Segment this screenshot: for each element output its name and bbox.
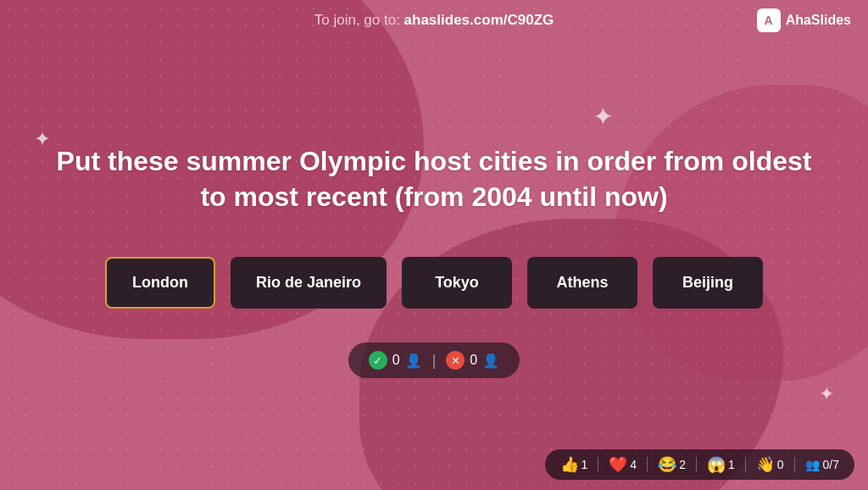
incorrect-stat: ✕ 0 👤 (446, 351, 499, 370)
stat-divider: | (432, 352, 437, 370)
incorrect-count: 0 (470, 353, 477, 368)
city-label-beijing: Beijing (682, 274, 733, 291)
logo-name: AhaSlides (786, 13, 851, 28)
x-icon: ✕ (446, 351, 465, 370)
city-label-tokyo: Tokyo (435, 274, 479, 291)
city-card-athens[interactable]: Athens (527, 257, 637, 309)
person-icon-incorrect: 👤 (482, 353, 499, 369)
correct-count: 0 (392, 353, 400, 368)
correct-stat: ✓ 0 👤 (369, 351, 422, 370)
city-card-beijing[interactable]: Beijing (653, 257, 763, 309)
stats-row: ✓ 0 👤 | ✕ 0 👤 (348, 342, 520, 378)
question-title: Put these summer Olympic host cities in … (51, 144, 817, 214)
check-icon: ✓ (369, 351, 387, 370)
join-url: ahaslides.com/C90ZG (404, 12, 554, 28)
logo-icon: A (757, 8, 781, 32)
cities-row: London Rio de Janeiro Tokyo Athens Beiji… (105, 257, 763, 309)
city-card-rio[interactable]: Rio de Janeiro (231, 257, 387, 309)
city-card-london[interactable]: London (105, 257, 215, 309)
person-icon-correct: 👤 (405, 353, 422, 369)
city-label-athens: Athens (557, 274, 609, 291)
main-content: Put these summer Olympic host cities in … (0, 41, 868, 490)
ahaslides-logo: A AhaSlides (757, 8, 851, 32)
city-label-london: London (132, 274, 188, 291)
city-card-tokyo[interactable]: Tokyo (402, 257, 512, 309)
join-text-prefix: To join, go to: (314, 12, 404, 28)
join-instruction: To join, go to: ahaslides.com/C90ZG (314, 12, 554, 29)
city-label-rio: Rio de Janeiro (256, 274, 361, 291)
top-bar: To join, go to: ahaslides.com/C90ZG A Ah… (0, 0, 868, 41)
